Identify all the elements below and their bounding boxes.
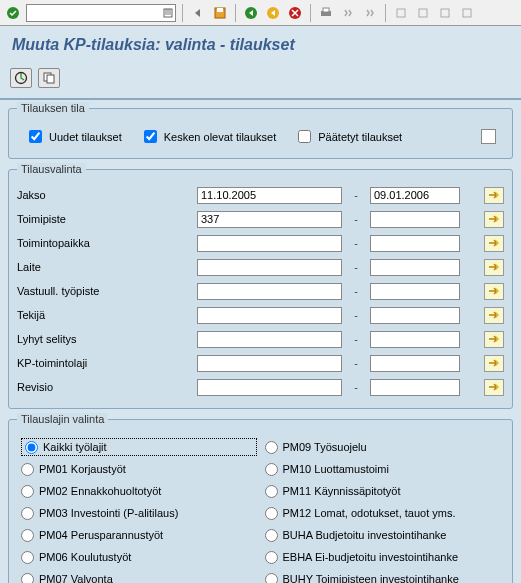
selection-row: Toimintopaikka- bbox=[17, 232, 504, 254]
ordertype-radio-input[interactable] bbox=[265, 441, 278, 454]
selection-from-input[interactable] bbox=[197, 331, 342, 348]
selection-to-input[interactable] bbox=[370, 235, 460, 252]
back-icon[interactable] bbox=[189, 4, 207, 22]
ordertype-radio-label: PM11 Käynnissäpitotyöt bbox=[283, 485, 401, 497]
selection-to-input[interactable] bbox=[370, 307, 460, 324]
first-page-icon[interactable] bbox=[392, 4, 410, 22]
cancel-icon[interactable] bbox=[286, 4, 304, 22]
selection-row: Laite- bbox=[17, 256, 504, 278]
ordertype-radio-input[interactable] bbox=[21, 463, 34, 476]
exit-icon[interactable] bbox=[264, 4, 282, 22]
selection-from-input[interactable]: 337 bbox=[197, 211, 342, 228]
open-orders-input[interactable] bbox=[144, 130, 157, 143]
ordertype-radio-input[interactable] bbox=[265, 463, 278, 476]
ordertype-radio-input[interactable] bbox=[25, 441, 38, 454]
selection-row: KP-toimintolaji- bbox=[17, 352, 504, 374]
closed-orders-checkbox[interactable]: Päätetyt tilaukset bbox=[294, 127, 402, 146]
selection-to-input[interactable] bbox=[370, 379, 460, 396]
ordertype-radio-label: PM06 Koulutustyöt bbox=[39, 551, 131, 563]
open-orders-checkbox[interactable]: Kesken olevat tilaukset bbox=[140, 127, 277, 146]
selection-label: Revisio bbox=[17, 381, 197, 393]
ok-icon[interactable] bbox=[4, 4, 22, 22]
selection-from-input[interactable] bbox=[197, 355, 342, 372]
ordertype-radio[interactable]: BUHA Budjetoitu investointihanke bbox=[265, 526, 501, 544]
find-icon[interactable] bbox=[339, 4, 357, 22]
selection-from-input[interactable] bbox=[197, 235, 342, 252]
ordertype-radio[interactable]: PM03 Investointi (P-alitilaus) bbox=[21, 504, 257, 522]
last-page-icon[interactable] bbox=[458, 4, 476, 22]
range-dash: - bbox=[342, 237, 370, 249]
selection-group-title: Tilausvalinta bbox=[17, 163, 86, 175]
ordertype-radio[interactable]: PM02 Ennakkohuoltotyöt bbox=[21, 482, 257, 500]
ordertype-radio[interactable]: BUHY Toimipisteen investointihanke bbox=[265, 570, 501, 583]
selection-from-input[interactable] bbox=[197, 379, 342, 396]
multiple-selection-button[interactable] bbox=[484, 187, 504, 204]
svg-rect-12 bbox=[463, 9, 471, 17]
selection-from-input[interactable] bbox=[197, 283, 342, 300]
ordertype-radio-label: PM10 Luottamustoimi bbox=[283, 463, 389, 475]
ordertype-radio-input[interactable] bbox=[265, 551, 278, 564]
ordertype-radio-input[interactable] bbox=[21, 573, 34, 584]
selection-row: Tekijä- bbox=[17, 304, 504, 326]
range-dash: - bbox=[342, 333, 370, 345]
range-dash: - bbox=[342, 357, 370, 369]
ordertype-radio[interactable]: PM06 Koulutustyöt bbox=[21, 548, 257, 566]
dropdown-icon[interactable] bbox=[163, 8, 173, 18]
selection-to-input[interactable] bbox=[370, 355, 460, 372]
ordertype-radio-input[interactable] bbox=[265, 485, 278, 498]
multiple-selection-button[interactable] bbox=[484, 331, 504, 348]
ordertype-radio-input[interactable] bbox=[265, 507, 278, 520]
ordertype-radio-input[interactable] bbox=[21, 529, 34, 542]
ordertype-radio[interactable]: PM04 Perusparannustyöt bbox=[21, 526, 257, 544]
back-green-icon[interactable] bbox=[242, 4, 260, 22]
ordertype-radio[interactable]: PM12 Lomat, odotukset, tauot yms. bbox=[265, 504, 501, 522]
get-variant-icon[interactable] bbox=[38, 68, 60, 88]
multiple-selection-button[interactable] bbox=[484, 235, 504, 252]
multiple-selection-button[interactable] bbox=[484, 259, 504, 276]
selection-label: Vastuull. työpiste bbox=[17, 285, 197, 297]
ordertype-radio[interactable]: PM10 Luottamustoimi bbox=[265, 460, 501, 478]
multiple-selection-button[interactable] bbox=[484, 307, 504, 324]
selection-to-input[interactable] bbox=[370, 331, 460, 348]
multiple-selection-button[interactable] bbox=[484, 379, 504, 396]
ordertype-radio[interactable]: PM07 Valvonta bbox=[21, 570, 257, 583]
multiple-selection-button[interactable] bbox=[484, 283, 504, 300]
range-dash: - bbox=[342, 189, 370, 201]
selection-to-input[interactable] bbox=[370, 259, 460, 276]
selection-from-input[interactable]: 11.10.2005 bbox=[197, 187, 342, 204]
command-field[interactable] bbox=[26, 4, 176, 22]
new-orders-checkbox[interactable]: Uudet tilaukset bbox=[25, 127, 122, 146]
selection-from-input[interactable] bbox=[197, 307, 342, 324]
closed-orders-input[interactable] bbox=[298, 130, 311, 143]
ordertype-radio-input[interactable] bbox=[21, 507, 34, 520]
multiple-selection-button[interactable] bbox=[484, 355, 504, 372]
multiple-selection-button[interactable] bbox=[484, 211, 504, 228]
ordertype-radio-label: PM02 Ennakkohuoltotyöt bbox=[39, 485, 161, 497]
ordertype-radio[interactable]: PM11 Käynnissäpitotyöt bbox=[265, 482, 501, 500]
next-page-icon[interactable] bbox=[436, 4, 454, 22]
print-icon[interactable] bbox=[317, 4, 335, 22]
ordertype-radio-input[interactable] bbox=[21, 485, 34, 498]
ordertype-radio-input[interactable] bbox=[265, 529, 278, 542]
selection-row: Jakso11.10.2005-09.01.2006 bbox=[17, 184, 504, 206]
selection-from-input[interactable] bbox=[197, 259, 342, 276]
ordertype-radio[interactable]: Kaikki työlajit bbox=[21, 438, 257, 456]
ordertype-group-title: Tilauslajin valinta bbox=[17, 413, 108, 425]
status-extra-box[interactable] bbox=[481, 129, 496, 144]
selection-to-input[interactable] bbox=[370, 211, 460, 228]
prev-page-icon[interactable] bbox=[414, 4, 432, 22]
save-icon[interactable] bbox=[211, 4, 229, 22]
ordertype-radio-input[interactable] bbox=[21, 551, 34, 564]
execute-icon[interactable] bbox=[10, 68, 32, 88]
svg-rect-15 bbox=[47, 75, 54, 83]
selection-to-input[interactable] bbox=[370, 283, 460, 300]
ordertype-radio[interactable]: PM01 Korjaustyöt bbox=[21, 460, 257, 478]
ordertype-radio-input[interactable] bbox=[265, 573, 278, 584]
ordertype-radio[interactable]: PM09 Työsuojelu bbox=[265, 438, 501, 456]
sub-toolbar bbox=[0, 64, 521, 100]
new-orders-input[interactable] bbox=[29, 130, 42, 143]
selection-to-input[interactable]: 09.01.2006 bbox=[370, 187, 460, 204]
ordertype-radio[interactable]: EBHA Ei-budjetoitu investointihanke bbox=[265, 548, 501, 566]
find-next-icon[interactable] bbox=[361, 4, 379, 22]
selection-label: Tekijä bbox=[17, 309, 197, 321]
